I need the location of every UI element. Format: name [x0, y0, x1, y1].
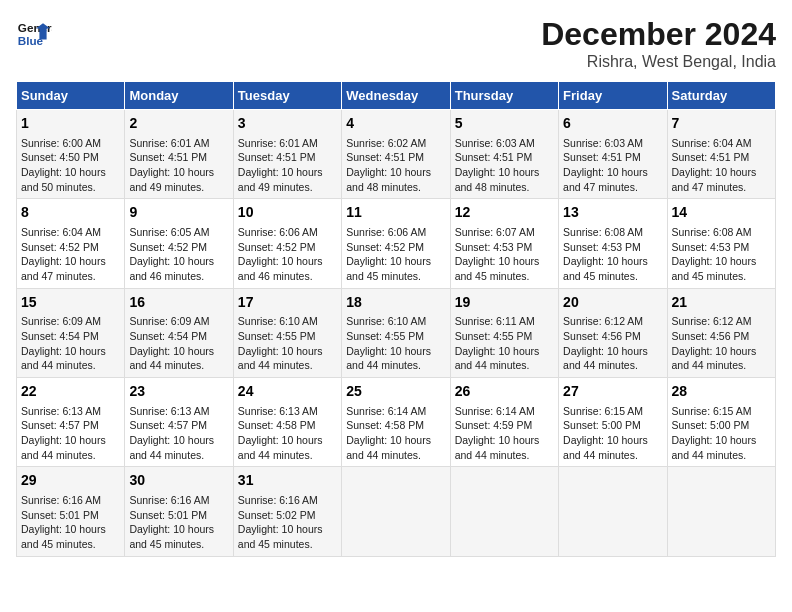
cell-info: Sunset: 4:55 PM: [455, 329, 554, 344]
cell-info: Daylight: 10 hours: [455, 165, 554, 180]
cell-info: Sunset: 4:51 PM: [238, 150, 337, 165]
cell-info: Sunset: 4:59 PM: [455, 418, 554, 433]
cell-info: Daylight: 10 hours: [672, 165, 771, 180]
day-number: 28: [672, 382, 771, 402]
day-number: 4: [346, 114, 445, 134]
cell-info: and 44 minutes.: [672, 448, 771, 463]
cell-info: Sunrise: 6:12 AM: [672, 314, 771, 329]
calendar-cell: 11Sunrise: 6:06 AMSunset: 4:52 PMDayligh…: [342, 199, 450, 288]
cell-info: Daylight: 10 hours: [129, 254, 228, 269]
calendar-cell: 3Sunrise: 6:01 AMSunset: 4:51 PMDaylight…: [233, 110, 341, 199]
logo: General Blue: [16, 16, 52, 52]
cell-info: Sunset: 4:52 PM: [21, 240, 120, 255]
calendar-week-row: 22Sunrise: 6:13 AMSunset: 4:57 PMDayligh…: [17, 378, 776, 467]
calendar-cell: 30Sunrise: 6:16 AMSunset: 5:01 PMDayligh…: [125, 467, 233, 556]
calendar-cell: 15Sunrise: 6:09 AMSunset: 4:54 PMDayligh…: [17, 288, 125, 377]
day-number: 15: [21, 293, 120, 313]
cell-info: and 45 minutes.: [129, 537, 228, 552]
cell-info: and 46 minutes.: [238, 269, 337, 284]
cell-info: and 44 minutes.: [346, 358, 445, 373]
cell-info: Sunset: 4:56 PM: [563, 329, 662, 344]
calendar-cell: 4Sunrise: 6:02 AMSunset: 4:51 PMDaylight…: [342, 110, 450, 199]
calendar-cell: 1Sunrise: 6:00 AMSunset: 4:50 PMDaylight…: [17, 110, 125, 199]
cell-info: Sunset: 5:02 PM: [238, 508, 337, 523]
title-block: December 2024 Rishra, West Bengal, India: [541, 16, 776, 71]
calendar-cell: 7Sunrise: 6:04 AMSunset: 4:51 PMDaylight…: [667, 110, 775, 199]
cell-info: and 44 minutes.: [129, 358, 228, 373]
cell-info: Sunrise: 6:15 AM: [563, 404, 662, 419]
cell-info: Sunset: 4:51 PM: [129, 150, 228, 165]
cell-info: Sunrise: 6:10 AM: [346, 314, 445, 329]
cell-info: Sunset: 5:01 PM: [21, 508, 120, 523]
calendar-week-row: 1Sunrise: 6:00 AMSunset: 4:50 PMDaylight…: [17, 110, 776, 199]
cell-info: Daylight: 10 hours: [238, 522, 337, 537]
calendar-cell: 5Sunrise: 6:03 AMSunset: 4:51 PMDaylight…: [450, 110, 558, 199]
cell-info: Daylight: 10 hours: [563, 344, 662, 359]
day-number: 14: [672, 203, 771, 223]
page-header: General Blue December 2024 Rishra, West …: [16, 16, 776, 71]
calendar-cell: 13Sunrise: 6:08 AMSunset: 4:53 PMDayligh…: [559, 199, 667, 288]
cell-info: Sunset: 4:54 PM: [21, 329, 120, 344]
day-number: 29: [21, 471, 120, 491]
day-number: 23: [129, 382, 228, 402]
cell-info: and 48 minutes.: [455, 180, 554, 195]
cell-info: Sunset: 5:00 PM: [563, 418, 662, 433]
cell-info: and 45 minutes.: [21, 537, 120, 552]
day-number: 5: [455, 114, 554, 134]
subtitle: Rishra, West Bengal, India: [541, 53, 776, 71]
cell-info: Sunset: 4:51 PM: [563, 150, 662, 165]
logo-icon: General Blue: [16, 16, 52, 52]
day-number: 17: [238, 293, 337, 313]
calendar-cell: 29Sunrise: 6:16 AMSunset: 5:01 PMDayligh…: [17, 467, 125, 556]
calendar-cell: 12Sunrise: 6:07 AMSunset: 4:53 PMDayligh…: [450, 199, 558, 288]
cell-info: and 44 minutes.: [563, 358, 662, 373]
cell-info: and 44 minutes.: [238, 448, 337, 463]
cell-info: Sunset: 4:53 PM: [672, 240, 771, 255]
cell-info: Sunrise: 6:09 AM: [21, 314, 120, 329]
day-number: 16: [129, 293, 228, 313]
cell-info: Sunrise: 6:08 AM: [563, 225, 662, 240]
cell-info: Sunset: 4:51 PM: [672, 150, 771, 165]
cell-info: Sunrise: 6:13 AM: [21, 404, 120, 419]
calendar-cell: 26Sunrise: 6:14 AMSunset: 4:59 PMDayligh…: [450, 378, 558, 467]
cell-info: and 44 minutes.: [346, 448, 445, 463]
cell-info: Daylight: 10 hours: [21, 522, 120, 537]
day-number: 1: [21, 114, 120, 134]
cell-info: and 44 minutes.: [21, 358, 120, 373]
day-number: 30: [129, 471, 228, 491]
cell-info: and 46 minutes.: [129, 269, 228, 284]
cell-info: Sunset: 4:55 PM: [346, 329, 445, 344]
cell-info: and 45 minutes.: [563, 269, 662, 284]
cell-info: Daylight: 10 hours: [129, 165, 228, 180]
calendar-cell: 2Sunrise: 6:01 AMSunset: 4:51 PMDaylight…: [125, 110, 233, 199]
calendar-cell: 10Sunrise: 6:06 AMSunset: 4:52 PMDayligh…: [233, 199, 341, 288]
calendar-cell: 8Sunrise: 6:04 AMSunset: 4:52 PMDaylight…: [17, 199, 125, 288]
cell-info: Sunset: 4:53 PM: [455, 240, 554, 255]
cell-info: Sunset: 4:51 PM: [346, 150, 445, 165]
calendar-cell: [450, 467, 558, 556]
cell-info: and 44 minutes.: [238, 358, 337, 373]
cell-info: Sunrise: 6:16 AM: [129, 493, 228, 508]
day-number: 10: [238, 203, 337, 223]
day-number: 11: [346, 203, 445, 223]
calendar-week-row: 15Sunrise: 6:09 AMSunset: 4:54 PMDayligh…: [17, 288, 776, 377]
calendar-cell: 23Sunrise: 6:13 AMSunset: 4:57 PMDayligh…: [125, 378, 233, 467]
day-number: 25: [346, 382, 445, 402]
cell-info: Daylight: 10 hours: [346, 344, 445, 359]
cell-info: Sunset: 5:01 PM: [129, 508, 228, 523]
cell-info: Sunset: 4:57 PM: [21, 418, 120, 433]
cell-info: Sunrise: 6:01 AM: [238, 136, 337, 151]
calendar-cell: 22Sunrise: 6:13 AMSunset: 4:57 PMDayligh…: [17, 378, 125, 467]
cell-info: Daylight: 10 hours: [238, 254, 337, 269]
header-wednesday: Wednesday: [342, 82, 450, 110]
calendar-cell: [559, 467, 667, 556]
cell-info: Daylight: 10 hours: [129, 433, 228, 448]
cell-info: and 44 minutes.: [672, 358, 771, 373]
cell-info: Sunrise: 6:12 AM: [563, 314, 662, 329]
day-number: 8: [21, 203, 120, 223]
cell-info: Sunset: 4:57 PM: [129, 418, 228, 433]
day-number: 24: [238, 382, 337, 402]
header-friday: Friday: [559, 82, 667, 110]
day-number: 12: [455, 203, 554, 223]
main-title: December 2024: [541, 16, 776, 53]
